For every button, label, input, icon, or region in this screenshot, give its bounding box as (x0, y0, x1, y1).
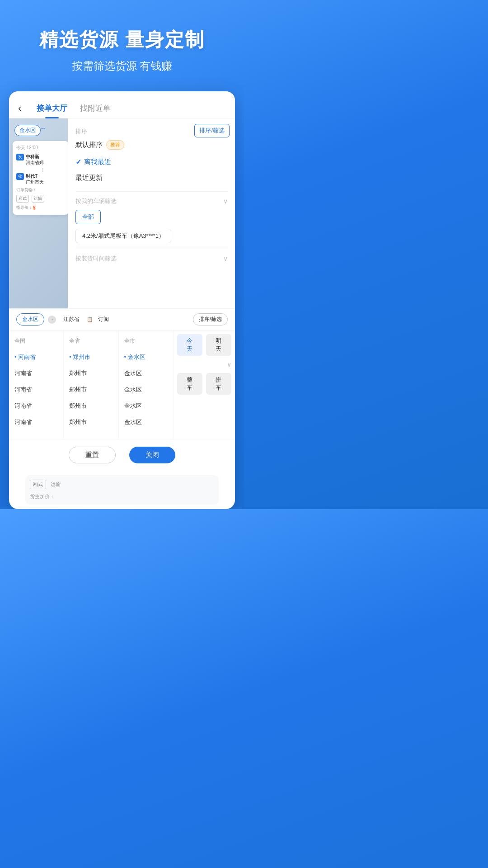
from-row: 发 中科新 河南省郑 (16, 154, 65, 165)
right-filter-area: 今天 明天 ∨ 整车 拼车 (174, 330, 235, 439)
district-item-2[interactable]: 金水区 (119, 382, 173, 398)
reset-button[interactable]: 重置 (69, 447, 116, 463)
district-selected[interactable]: 金水区 (119, 349, 173, 365)
subscribe-filter-tag[interactable]: 📋 订阅 (87, 314, 113, 325)
to-badge: 收 (16, 173, 24, 180)
left-map-panel: 金水区 → 今天 12:00 发 中科新 河南省郑 收 (9, 118, 72, 308)
transport-tag: 运输 (32, 195, 44, 203)
order-time: 今天 12:00 (16, 145, 65, 151)
time-buttons: 今天 明天 (177, 334, 231, 356)
arrow-icon: → (40, 125, 46, 132)
order-card-mini: 今天 12:00 发 中科新 河南省郑 收 时代T 广州市天 (13, 141, 69, 215)
province-item-2[interactable]: 河南省 (9, 382, 63, 398)
vehicle-filter-label: 按我的车辆筛选 (75, 197, 117, 205)
bottom-transport-label: 运输 (51, 481, 61, 488)
time-chevron-icon: ∨ (223, 255, 228, 262)
city-item-1[interactable]: 郑州市 (64, 365, 118, 382)
time-filter-label: 按装货时间筛选 (75, 255, 117, 263)
tab-bar: ‹ 接单大厅 找附近单 (9, 91, 235, 118)
vehicle-specific-options: 4.2米/厢式尾板车（豫A3****1） (75, 229, 228, 243)
from-badge: 发 (16, 154, 24, 160)
bottom-tags-row: 厢式 运输 (30, 480, 214, 489)
filter-sort-btn[interactable]: 排序/筛选 (193, 313, 228, 326)
hero-title: 精选货源 量身定制 (9, 27, 235, 52)
all-vehicle-btn[interactable]: 全部 (75, 210, 101, 224)
province-item-1[interactable]: 河南省 (9, 365, 63, 382)
all-province-item[interactable]: 全省 (64, 333, 118, 349)
overlay-filter-panel: 排序/筛选 排序 默认排序 推荐 ✓ 离我最近 最近更新 按我的车辆筛选 ∨ 全… (68, 118, 235, 308)
time-filter-row: 按装货时间筛选 ∨ (75, 255, 228, 263)
tab-nearby-order[interactable]: 找附近单 (74, 99, 117, 118)
tomorrow-btn[interactable]: 明天 (206, 334, 231, 356)
to-addr: 广州市天 (26, 179, 44, 185)
city-column: 全省 郑州市 郑州市 郑州市 郑州市 郑州市 (64, 330, 118, 439)
divider-1 (75, 191, 228, 192)
bottom-goods-tag: 厢式 (30, 480, 46, 489)
default-sort-row: 默认排序 推荐 (75, 140, 228, 150)
route-divider (16, 168, 65, 172)
today-btn[interactable]: 今天 (177, 334, 202, 356)
sort-nearest-label: 离我最近 (84, 158, 111, 166)
city-item-4[interactable]: 郑州市 (64, 414, 118, 430)
sort-nearest[interactable]: ✓ 离我最近 (75, 154, 228, 170)
province-item-4[interactable]: 河南省 (9, 414, 63, 430)
carpool-btn[interactable]: 拼车 (206, 373, 231, 395)
main-card: ‹ 接单大厅 找附近单 金水区 → 今天 12:00 发 中科新 河南省郑 (9, 91, 235, 509)
region-tag[interactable]: 金水区 (14, 125, 41, 136)
region-filter-tag[interactable]: 金水区 (16, 313, 44, 326)
district-item-3[interactable]: 金水区 (119, 398, 173, 414)
check-icon: ✓ (75, 158, 81, 166)
hero-section: 精选货源 量身定制 按需筛选货源 有钱赚 (0, 0, 244, 91)
city-item-2[interactable]: 郑州市 (64, 382, 118, 398)
goods-label: 订单货物： (16, 188, 37, 192)
from-name: 中科新 (26, 154, 44, 160)
subscribe-label: 订阅 (94, 314, 113, 325)
to-name: 时代T (26, 173, 44, 179)
divider-2 (75, 249, 228, 249)
all-city-item[interactable]: 全市 (119, 333, 173, 349)
chevron-area: ∨ (177, 360, 231, 368)
sort-filter-button[interactable]: 排序/筛选 (194, 124, 230, 137)
bottom-order-inner: 厢式 运输 货主加价： (25, 475, 219, 505)
recommended-badge: 推荐 (106, 140, 124, 150)
goods-type-tag: 厢式 (16, 195, 29, 203)
district-item-4[interactable]: 金水区 (119, 414, 173, 430)
close-button[interactable]: 关闭 (129, 447, 175, 463)
cargo-buttons: 整车 拼车 (177, 373, 231, 395)
vehicle-chevron-icon: ∨ (223, 198, 228, 205)
sort-recent[interactable]: 最近更新 (75, 170, 228, 186)
vehicle-options: 全部 (75, 210, 228, 224)
arrow-filter-icon: → (48, 316, 56, 324)
bottom-price-label: 货主加价： (30, 494, 55, 499)
content-area: 金水区 → 今天 12:00 发 中科新 河南省郑 收 (9, 118, 235, 308)
bottom-order-card: 厢式 运输 货主加价： (18, 471, 226, 509)
tab-order-hall[interactable]: 接单大厅 (30, 99, 74, 118)
province-filter-tag[interactable]: 江苏省 (60, 314, 83, 325)
province-selected[interactable]: 河南省 (9, 349, 63, 365)
back-button[interactable]: ‹ (18, 103, 21, 114)
province-item-3[interactable]: 河南省 (9, 398, 63, 414)
price-symbol: ¥ (33, 204, 36, 211)
hero-subtitle: 按需筛选货源 有钱赚 (9, 59, 235, 73)
to-row: 收 时代T 广州市天 (16, 173, 65, 185)
location-picker: 全国 河南省 河南省 河南省 河南省 河南省 全省 郑州市 郑州市 郑州市 郑州… (9, 330, 235, 471)
price-label: 指导价： (16, 205, 33, 211)
location-columns: 全国 河南省 河南省 河南省 河南省 河南省 全省 郑州市 郑州市 郑州市 郑州… (9, 330, 235, 439)
province-column: 全国 河南省 河南省 河南省 河南省 河南省 (9, 330, 64, 439)
bottom-filter-bar: 金水区 → 江苏省 📋 订阅 排序/筛选 (9, 308, 235, 330)
from-addr: 河南省郑 (26, 160, 44, 165)
district-column: 全市 金水区 金水区 金水区 金水区 金水区 (119, 330, 174, 439)
goods-tags: 厢式 运输 (16, 195, 65, 203)
bottom-price-row: 货主加价： (30, 492, 214, 500)
city-item-3[interactable]: 郑州市 (64, 398, 118, 414)
whole-car-btn[interactable]: 整车 (177, 373, 202, 395)
sort-recent-label: 最近更新 (75, 174, 103, 182)
vehicle-filter-row: 按我的车辆筛选 ∨ (75, 197, 228, 205)
all-country-item[interactable]: 全国 (9, 333, 63, 349)
order-info: 订单货物： (16, 187, 65, 193)
default-sort-text: 默认排序 (75, 141, 103, 149)
district-item-1[interactable]: 金水区 (119, 365, 173, 382)
city-selected[interactable]: 郑州市 (64, 349, 118, 365)
action-buttons: 重置 关闭 (9, 439, 235, 471)
vehicle-option-1[interactable]: 4.2米/厢式尾板车（豫A3****1） (75, 229, 171, 243)
